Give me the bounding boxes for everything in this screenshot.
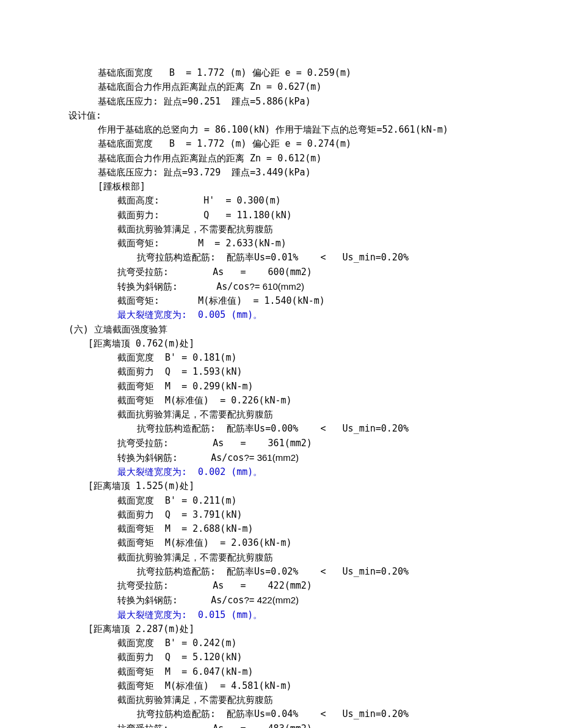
text-segment: ?= 361(mm2) bbox=[244, 452, 299, 463]
report-line: 截面宽度 B' = 0.181(m) bbox=[0, 351, 562, 365]
report-line: 基础底面宽度 B = 1.772 (m) 偏心距 e = 0.274(m) bbox=[0, 137, 562, 151]
report-line: [距离墙顶 0.762(m)处] bbox=[0, 337, 562, 351]
report-line: 截面弯矩 M = 2.688(kN-m) bbox=[0, 522, 562, 536]
text-segment: ?= 610(mm2) bbox=[249, 281, 304, 292]
report-line: 设计值: bbox=[0, 109, 562, 123]
report-line: 抗弯受拉筋: As = 483(mm2) bbox=[0, 722, 562, 729]
report-line: 基础底面合力作用点距离趾点的距离 Zn = 0.612(m) bbox=[0, 152, 562, 166]
report-line: (六) 立墙截面强度验算 bbox=[0, 323, 562, 337]
report-line: 截面抗剪验算满足，不需要配抗剪腹筋 bbox=[0, 693, 562, 707]
report-line: 截面剪力 Q = 1.593(kN) bbox=[0, 365, 562, 379]
report-line: 抗弯拉筋构造配筋: 配筋率Us=0.00% < Us_min=0.20% bbox=[0, 422, 562, 436]
report-line: 转换为斜钢筋: As/cos?= 610(mm2) bbox=[0, 279, 562, 294]
text-segment: 转换为斜钢筋: As/cos bbox=[117, 595, 244, 606]
report-line: 截面剪力 Q = 5.120(kN) bbox=[0, 650, 562, 664]
report-line: 抗弯拉筋构造配筋: 配筋率Us=0.01% < Us_min=0.20% bbox=[0, 251, 562, 265]
report-line: [距离墙顶 1.525(m)处] bbox=[0, 479, 562, 493]
report-line: 抗弯受拉筋: As = 422(mm2) bbox=[0, 579, 562, 593]
report-line: 截面弯矩: M(标准值) = 1.540(kN-m) bbox=[0, 294, 562, 308]
report-line: 基础底压应力: 趾点=90.251 踵点=5.886(kPa) bbox=[0, 95, 562, 109]
report-line: 截面弯矩 M = 6.047(kN-m) bbox=[0, 665, 562, 679]
report-line: 截面抗剪验算满足，不需要配抗剪腹筋 bbox=[0, 551, 562, 565]
report-line: [距离墙顶 2.287(m)处] bbox=[0, 622, 562, 636]
report-line: 截面弯矩 M(标准值) = 0.226(kN-m) bbox=[0, 394, 562, 408]
report-line: 转换为斜钢筋: As/cos?= 361(mm2) bbox=[0, 450, 562, 465]
text-segment: 转换为斜钢筋: As/cos bbox=[117, 281, 249, 292]
report-line: [踵板根部] bbox=[0, 180, 562, 194]
report-line: 截面宽度 B' = 0.211(m) bbox=[0, 494, 562, 508]
report-line: 截面弯矩 M(标准值) = 4.581(kN-m) bbox=[0, 679, 562, 693]
report-line: 截面抗剪验算满足，不需要配抗剪腹筋 bbox=[0, 408, 562, 422]
report-line: 最大裂缝宽度为: 0.005 (mm)。 bbox=[0, 308, 562, 322]
report-line: 基础底面宽度 B = 1.772 (m) 偏心距 e = 0.259(m) bbox=[0, 66, 562, 80]
report-line: 截面高度: H' = 0.300(m) bbox=[0, 194, 562, 208]
report-line: 基础底压应力: 趾点=93.729 踵点=3.449(kPa) bbox=[0, 166, 562, 180]
report-line: 截面宽度 B' = 0.242(m) bbox=[0, 636, 562, 650]
report-line: 截面弯矩 M(标准值) = 2.036(kN-m) bbox=[0, 536, 562, 550]
report-line: 抗弯受拉筋: As = 361(mm2) bbox=[0, 436, 562, 450]
report-line: 截面剪力 Q = 3.791(kN) bbox=[0, 508, 562, 522]
report-line: 截面抗剪验算满足，不需要配抗剪腹筋 bbox=[0, 222, 562, 237]
text-segment: 转换为斜钢筋: As/cos bbox=[117, 452, 244, 463]
text-segment: ?= 422(mm2) bbox=[244, 595, 299, 605]
report-line: 截面剪力: Q = 11.180(kN) bbox=[0, 208, 562, 222]
report-line: 抗弯拉筋构造配筋: 配筋率Us=0.04% < Us_min=0.20% bbox=[0, 707, 562, 721]
report-line: 作用于基础底的总竖向力 = 86.100(kN) 作用于墙趾下点的总弯矩=52.… bbox=[0, 123, 562, 137]
report-line: 最大裂缝宽度为: 0.002 (mm)。 bbox=[0, 465, 562, 479]
report-line: 截面弯矩 M = 0.299(kN-m) bbox=[0, 380, 562, 394]
report-line: 最大裂缝宽度为: 0.015 (mm)。 bbox=[0, 608, 562, 622]
report-line: 抗弯拉筋构造配筋: 配筋率Us=0.02% < Us_min=0.20% bbox=[0, 565, 562, 579]
report-line: 转换为斜钢筋: As/cos?= 422(mm2) bbox=[0, 593, 562, 608]
report-line: 基础底面合力作用点距离趾点的距离 Zn = 0.627(m) bbox=[0, 80, 562, 94]
report-line: 抗弯受拉筋: As = 600(mm2) bbox=[0, 265, 562, 279]
report-page: 基础底面宽度 B = 1.772 (m) 偏心距 e = 0.259(m)基础底… bbox=[0, 0, 562, 728]
report-line: 截面弯矩: M = 2.633(kN-m) bbox=[0, 237, 562, 251]
